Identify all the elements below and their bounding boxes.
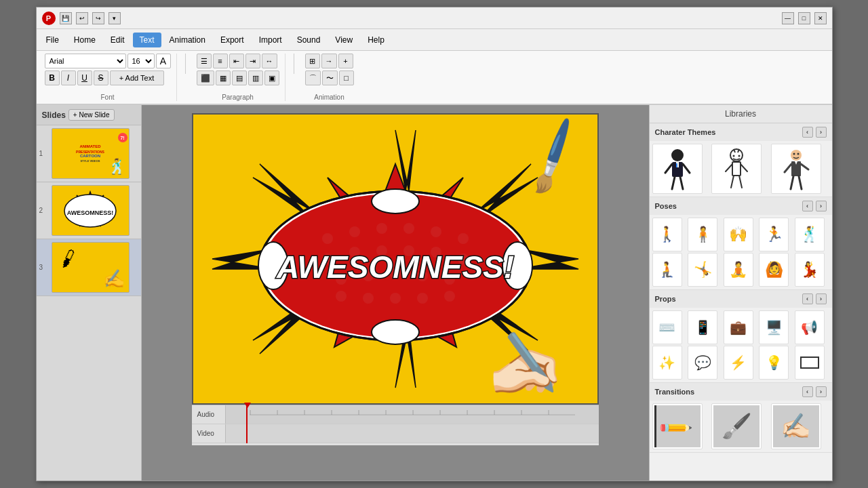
menu-animation[interactable]: Animation	[163, 33, 212, 47]
menu-help[interactable]: Help	[361, 33, 391, 47]
menu-export[interactable]: Export	[214, 33, 251, 47]
menu-sound[interactable]: Sound	[290, 33, 328, 47]
maximize-btn[interactable]: □	[798, 12, 810, 24]
svg-text:|: |	[548, 409, 549, 415]
list-ordered-btn[interactable]: ≡	[213, 54, 228, 68]
menu-edit[interactable]: Edit	[104, 33, 132, 47]
character-item-2[interactable]	[711, 144, 762, 194]
canvas-wrapper: 🖌️	[142, 105, 649, 481]
prop-item-bulb[interactable]: 💡	[759, 346, 789, 380]
save-quick-btn[interactable]: 💾	[60, 12, 72, 24]
indent-left-btn[interactable]: ⇤	[229, 54, 244, 68]
font-color-btn[interactable]: A	[156, 54, 171, 68]
props-prev-btn[interactable]: ‹	[802, 293, 813, 304]
transitions-next-btn[interactable]: ›	[816, 386, 827, 397]
character-next-btn[interactable]: ›	[816, 127, 827, 138]
svg-rect-68	[732, 162, 741, 176]
menu-view[interactable]: View	[328, 33, 359, 47]
indent-right-btn[interactable]: ⇥	[245, 54, 260, 68]
pose-item-8[interactable]: 🧘	[724, 253, 753, 287]
transition-hand[interactable]: ✍🏻	[771, 403, 821, 449]
transitions-prev-btn[interactable]: ‹	[802, 386, 813, 397]
main-content: Slides + New Slide 1 ANIMATED PRESENTATI…	[37, 105, 832, 481]
svg-text:|: |	[467, 409, 468, 415]
bold-btn[interactable]: B	[45, 70, 60, 85]
pose-item-1[interactable]: 🚶	[652, 218, 682, 251]
slide-item-1[interactable]: 1 ANIMATED PRESENTATIONS CARTOON STYLE V…	[37, 125, 141, 182]
undo-btn[interactable]: ↩	[76, 12, 88, 24]
align-extra-btn[interactable]: ▣	[264, 70, 279, 85]
slide-item-3[interactable]: 3 🖌 ✍	[37, 239, 141, 296]
redo-btn[interactable]: ↪	[92, 12, 104, 24]
animation-row1: ⊞ → +	[305, 54, 353, 68]
pose-item-4[interactable]: 🏃	[759, 218, 789, 251]
poses-next-btn[interactable]: ›	[816, 201, 827, 211]
prop-item-burst[interactable]: ✨	[652, 346, 682, 380]
props-next-btn[interactable]: ›	[816, 293, 827, 304]
prop-item-briefcase[interactable]: 💼	[724, 310, 753, 344]
close-btn[interactable]: ✕	[814, 12, 827, 24]
poses-prev-btn[interactable]: ‹	[802, 201, 813, 211]
prop-item-lightning[interactable]: ⚡	[724, 346, 753, 380]
burst-icon: ✨	[658, 354, 675, 371]
list-unordered-btn[interactable]: ☰	[197, 54, 212, 68]
pose-item-7[interactable]: 🤸	[688, 253, 717, 287]
anim-curve-btn[interactable]: ⌒	[305, 70, 321, 85]
menu-text[interactable]: Text	[133, 33, 161, 47]
menu-home[interactable]: Home	[67, 33, 102, 47]
pose-item-6[interactable]: 🧎	[652, 253, 682, 287]
prop-item-speech[interactable]: 💬	[688, 346, 717, 380]
menu-file[interactable]: File	[39, 33, 66, 47]
slide-canvas[interactable]: 🖌️	[192, 113, 599, 405]
font-name-select[interactable]: Arial Impact Times New Roman	[45, 54, 126, 68]
transitions-section: Transitions ‹ › ✏️	[650, 383, 832, 453]
align-left-btn[interactable]: ⬛	[197, 70, 214, 85]
svg-point-55	[671, 149, 684, 161]
pose-item-3[interactable]: 🙌	[724, 218, 753, 251]
underline-btn[interactable]: U	[77, 70, 92, 85]
italic-btn[interactable]: I	[61, 70, 76, 85]
add-text-btn[interactable]: + Add Text	[110, 70, 164, 85]
minimize-btn[interactable]: —	[782, 12, 794, 24]
svg-text:AWESOMNESS!: AWESOMNESS!	[67, 209, 114, 216]
transition-roller[interactable]: 🖌️	[711, 403, 762, 449]
new-slide-btn[interactable]: + New Slide	[68, 109, 115, 121]
menu-import[interactable]: Import	[252, 33, 289, 47]
pose-item-9[interactable]: 🙆	[759, 253, 789, 287]
strikethrough-btn[interactable]: S	[94, 70, 108, 85]
anim-arrow-btn[interactable]: →	[321, 54, 337, 68]
character-themes-section: Charater Themes ‹ ›	[650, 123, 832, 197]
indent-both-btn[interactable]: ↔	[262, 54, 277, 68]
align-justify-btn[interactable]: ▥	[248, 70, 263, 85]
playhead-marker	[244, 403, 251, 408]
prop-item-monitor[interactable]: 🖥️	[759, 310, 789, 344]
character-prev-btn[interactable]: ‹	[802, 127, 813, 138]
align-right-btn[interactable]: ▤	[232, 70, 247, 85]
anim-wave-btn[interactable]: 〜	[322, 70, 338, 85]
transition-pen[interactable]: ✏️	[652, 403, 703, 449]
dropdown-btn[interactable]: ▾	[108, 12, 121, 24]
prop-item-rect[interactable]	[795, 346, 825, 380]
svg-text:|: |	[277, 409, 278, 415]
anim-box-btn[interactable]: □	[339, 70, 354, 85]
slide-num-2: 2	[39, 207, 47, 214]
anim-table-btn[interactable]: ⊞	[305, 54, 320, 68]
align-center-btn[interactable]: ▦	[216, 70, 231, 85]
prop-item-phone[interactable]: 📱	[688, 310, 717, 344]
rect-icon	[800, 357, 819, 369]
font-size-select[interactable]: 16 12 14 18 24	[127, 54, 155, 68]
svg-point-73	[791, 150, 802, 161]
svg-text:AWESOMNESS!: AWESOMNESS!	[275, 249, 513, 285]
pose-item-2[interactable]: 🧍	[688, 218, 717, 251]
prop-item-speaker[interactable]: 📢	[795, 310, 825, 344]
character-item-3[interactable]	[771, 144, 821, 194]
character-item-1[interactable]	[652, 144, 703, 194]
slide-item-2[interactable]: 2 AWESOMNESS!	[37, 182, 141, 239]
video-track[interactable]	[226, 424, 599, 443]
pose-item-5[interactable]: 🕺	[795, 218, 825, 251]
slide1-text4: STYLE VIDEOS	[76, 159, 104, 163]
prop-item-keyboard[interactable]: ⌨️	[652, 310, 682, 344]
anim-add-btn[interactable]: +	[338, 54, 353, 68]
audio-track[interactable]: ||| ||| ||| |||	[226, 405, 599, 424]
pose-item-10[interactable]: 💃	[795, 253, 825, 287]
